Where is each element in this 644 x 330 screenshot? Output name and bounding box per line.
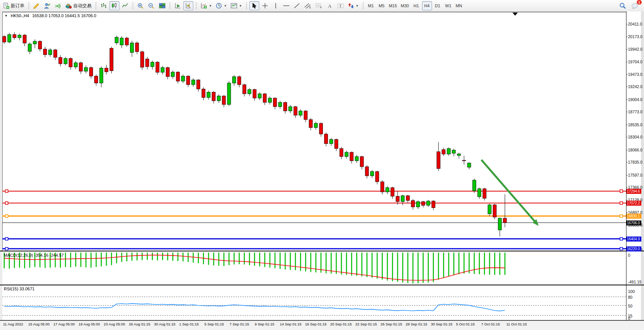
timeframe-button-m5[interactable]: M5	[377, 1, 387, 10]
channel-icon: E	[304, 3, 312, 9]
price-tick-label: 18304.0	[628, 135, 642, 139]
timeframe-button-d1[interactable]: D1	[433, 1, 443, 10]
bear-candle	[319, 123, 323, 134]
price-tick	[626, 112, 628, 112]
bear-candle	[59, 57, 62, 64]
bear-candle	[381, 182, 384, 192]
line-chart-button[interactable]	[120, 1, 130, 10]
search-button[interactable]	[618, 1, 628, 10]
crosshair-button[interactable]	[260, 1, 270, 10]
timeframe-button-w1[interactable]: W1	[443, 1, 453, 10]
channel-button[interactable]: E	[303, 1, 313, 10]
rsi-axis-label: 80	[628, 295, 633, 299]
bear-candle	[146, 59, 149, 66]
hline-handle[interactable]	[620, 202, 623, 204]
templates-button[interactable]: ▼	[229, 1, 244, 10]
cursor-button[interactable]	[249, 1, 259, 10]
new-order-icon	[3, 3, 10, 9]
bull-candle	[386, 188, 389, 192]
fibonacci-icon: F	[315, 3, 323, 9]
bear-candle	[284, 102, 287, 111]
macd-plot[interactable]	[2, 251, 626, 284]
text-button[interactable]: A	[325, 1, 335, 10]
horizontal-line-button[interactable]	[281, 1, 291, 10]
candlestick-plot[interactable]	[2, 12, 626, 250]
auto-scroll-icon	[175, 3, 181, 9]
arrows-button[interactable]: ▼	[346, 1, 360, 10]
hline-handle[interactable]	[5, 190, 8, 193]
bull-candle	[498, 218, 501, 230]
bear-candle	[79, 63, 83, 71]
bear-candle	[396, 196, 399, 201]
price-tick-label: 17597.0	[628, 173, 642, 177]
timeframe-button-m30[interactable]: M30	[399, 1, 410, 10]
chart-window[interactable]: ▼ HK50-,H4 16538.0 17053.0 16441.5 16706…	[0, 11, 644, 330]
hline-handle[interactable]	[5, 238, 8, 240]
indicators-button[interactable]: ▼	[199, 1, 214, 10]
price-tick	[626, 137, 628, 137]
tile-windows-button[interactable]	[157, 1, 167, 10]
hline-handle[interactable]	[620, 248, 623, 250]
bull-candle	[289, 107, 292, 111]
arrows-icon	[348, 3, 354, 9]
zoom-out-button[interactable]	[146, 1, 156, 10]
bull-candle	[370, 172, 374, 176]
signals-button[interactable]	[53, 1, 63, 10]
date-label: 30 Aug 01:15	[154, 322, 175, 326]
date-label: 26 Sep 01:15	[381, 322, 402, 326]
hline-handle[interactable]	[620, 238, 623, 240]
chart-shift-button[interactable]	[183, 1, 193, 10]
timeframe-button-h4[interactable]: H4	[422, 1, 432, 10]
bear-candle	[406, 196, 410, 201]
price-tick	[626, 187, 628, 188]
text-label-button[interactable]: T	[336, 1, 345, 10]
chevron-down-icon: ▼	[5, 14, 8, 18]
price-tick-label: 19004.0	[628, 97, 642, 102]
date-label: 15 Aug 05:00	[28, 322, 50, 326]
bull-candle	[171, 72, 175, 77]
panel-divider[interactable]	[0, 285, 644, 285]
bear-candle	[197, 80, 200, 89]
timeframe-button-m1[interactable]: M1	[366, 1, 376, 10]
bull-candle	[217, 96, 220, 101]
chat-button[interactable]: 1	[630, 1, 640, 10]
new-order-button[interactable]: 新订单	[2, 1, 26, 10]
timeframe-group: M1M5M15M30H1H4D1W1MN	[366, 1, 464, 10]
vertical-line-button[interactable]	[271, 1, 281, 10]
trendline-button[interactable]	[292, 1, 302, 10]
bull-candle	[488, 205, 491, 214]
hline-handle[interactable]	[5, 248, 8, 250]
bull-candle	[84, 68, 88, 71]
chart-symbol: HK50-,H4	[11, 13, 29, 18]
rsi-plot[interactable]	[2, 285, 626, 320]
autotrading-button[interactable]: 自动交易	[64, 1, 93, 10]
profile-button[interactable]	[42, 1, 52, 10]
date-label: 11 Oct 01:15	[506, 322, 527, 326]
fibonacci-button[interactable]: F	[314, 1, 324, 10]
bar-chart-button[interactable]	[99, 1, 109, 10]
hline-handle[interactable]	[5, 215, 8, 217]
bull-candle	[18, 35, 21, 38]
chart-shift-marker[interactable]	[512, 13, 518, 16]
hline-handle[interactable]	[620, 215, 623, 217]
toolbar-grip	[95, 2, 97, 9]
candlestick-chart-button[interactable]	[109, 1, 119, 10]
periods-button[interactable]: ▼	[214, 1, 228, 10]
timeframe-button-h1[interactable]: H1	[411, 1, 421, 10]
date-label: 7 Oct 01:15	[481, 322, 500, 326]
panel-divider[interactable]	[0, 320, 644, 320]
bear-candle	[442, 150, 445, 154]
auto-scroll-button[interactable]	[173, 1, 183, 10]
vertical-line-icon	[273, 3, 278, 9]
price-line-badge: 17072.2	[626, 201, 641, 206]
toolbar-grip	[246, 2, 247, 9]
bull-candle	[345, 152, 348, 156]
hline-handle[interactable]	[620, 190, 623, 193]
bear-candle	[105, 68, 108, 72]
panel-divider[interactable]	[0, 251, 644, 251]
styles-button[interactable]	[32, 1, 42, 10]
timeframe-button-mn[interactable]: MN	[454, 1, 464, 10]
hline-handle[interactable]	[5, 202, 8, 204]
timeframe-button-m15[interactable]: M15	[387, 1, 398, 10]
zoom-in-button[interactable]	[136, 1, 146, 10]
